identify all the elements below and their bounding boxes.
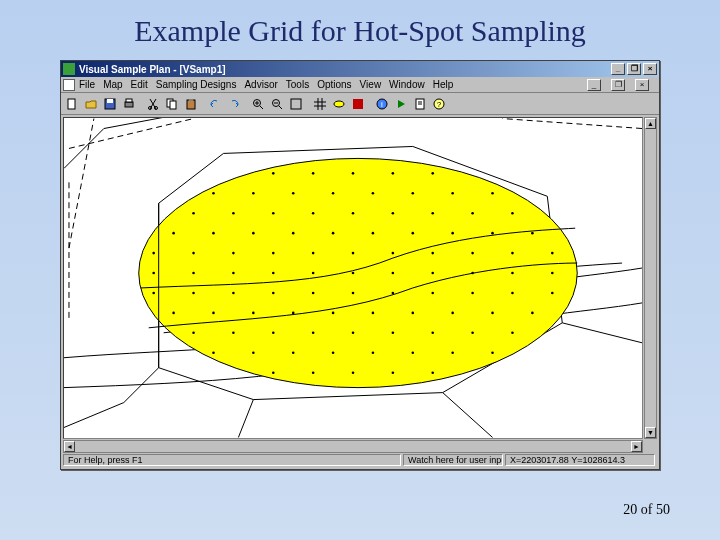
svg-point-111: [511, 332, 514, 335]
svg-point-93: [172, 312, 175, 315]
svg-point-115: [332, 351, 335, 354]
undo-icon[interactable]: [206, 95, 224, 113]
zoom-in-icon[interactable]: [249, 95, 267, 113]
svg-point-30: [352, 172, 355, 175]
svg-point-40: [491, 192, 494, 195]
page-current: 20: [623, 502, 637, 517]
document-icon: [63, 79, 75, 91]
svg-line-16: [279, 106, 282, 109]
svg-point-52: [252, 232, 255, 235]
window-title: Visual Sample Plan - [VSamp1]: [79, 64, 226, 75]
menu-map[interactable]: Map: [103, 79, 122, 90]
copy-icon[interactable]: [163, 95, 181, 113]
menu-edit[interactable]: Edit: [131, 79, 148, 90]
svg-point-44: [312, 212, 315, 215]
titlebar: Visual Sample Plan - [VSamp1] _ ❐ ×: [61, 61, 659, 77]
svg-point-64: [312, 252, 315, 255]
svg-point-46: [392, 212, 395, 215]
svg-point-62: [232, 252, 235, 255]
menu-help[interactable]: Help: [433, 79, 454, 90]
svg-point-123: [392, 371, 395, 374]
svg-rect-20: [353, 99, 363, 109]
shape-icon[interactable]: [330, 95, 348, 113]
menu-window[interactable]: Window: [389, 79, 425, 90]
svg-point-113: [252, 351, 255, 354]
new-icon[interactable]: [63, 95, 81, 113]
doc-minimize-button[interactable]: _: [587, 79, 601, 91]
svg-point-99: [411, 312, 414, 315]
svg-point-118: [451, 351, 454, 354]
svg-point-67: [431, 252, 434, 255]
svg-point-43: [272, 212, 275, 215]
svg-point-80: [511, 272, 514, 275]
svg-point-63: [272, 252, 275, 255]
close-button[interactable]: ×: [643, 63, 657, 75]
svg-text:?: ?: [437, 100, 442, 109]
svg-rect-18: [291, 99, 301, 109]
svg-rect-2: [107, 99, 113, 103]
run-icon[interactable]: [392, 95, 410, 113]
svg-point-71: [152, 272, 155, 275]
svg-point-122: [352, 371, 355, 374]
svg-rect-3: [125, 102, 133, 107]
scroll-up-icon[interactable]: ▲: [645, 118, 656, 129]
svg-point-68: [471, 252, 474, 255]
menu-file[interactable]: File: [79, 79, 95, 90]
zoom-out-icon[interactable]: [268, 95, 286, 113]
svg-point-82: [152, 292, 155, 295]
page-total: 50: [656, 502, 670, 517]
menu-tools[interactable]: Tools: [286, 79, 309, 90]
maximize-button[interactable]: ❐: [627, 63, 641, 75]
statusbar: For Help, press F1 Watch here for user i…: [63, 453, 657, 467]
svg-rect-10: [189, 99, 193, 101]
menu-advisor[interactable]: Advisor: [244, 79, 277, 90]
svg-point-96: [292, 312, 295, 315]
grid-icon[interactable]: [311, 95, 329, 113]
open-icon[interactable]: [82, 95, 100, 113]
report-icon[interactable]: [411, 95, 429, 113]
svg-point-114: [292, 351, 295, 354]
info-icon[interactable]: i: [373, 95, 391, 113]
map-canvas[interactable]: [63, 117, 643, 439]
svg-point-98: [372, 312, 375, 315]
save-icon[interactable]: [101, 95, 119, 113]
svg-point-109: [431, 332, 434, 335]
svg-point-59: [531, 232, 534, 235]
svg-point-95: [252, 312, 255, 315]
vertical-scrollbar[interactable]: ▲ ▼: [644, 117, 657, 439]
scroll-left-icon[interactable]: ◄: [64, 441, 75, 452]
svg-point-54: [332, 232, 335, 235]
svg-text:i: i: [381, 100, 383, 109]
svg-point-90: [471, 292, 474, 295]
svg-point-120: [272, 371, 275, 374]
scroll-down-icon[interactable]: ▼: [645, 427, 656, 438]
cut-icon[interactable]: [144, 95, 162, 113]
svg-point-61: [192, 252, 195, 255]
svg-point-41: [192, 212, 195, 215]
svg-point-83: [192, 292, 195, 295]
color-icon[interactable]: [349, 95, 367, 113]
horizontal-scrollbar[interactable]: ◄ ►: [63, 440, 643, 453]
menu-sampling-designs[interactable]: Sampling Designs: [156, 79, 237, 90]
svg-point-119: [491, 351, 494, 354]
svg-point-60: [152, 252, 155, 255]
menu-view[interactable]: View: [360, 79, 382, 90]
svg-line-12: [260, 106, 263, 109]
svg-rect-0: [68, 99, 75, 109]
svg-point-86: [312, 292, 315, 295]
help-icon[interactable]: ?: [430, 95, 448, 113]
scroll-right-icon[interactable]: ►: [631, 441, 642, 452]
doc-close-button[interactable]: ×: [635, 79, 649, 91]
menu-options[interactable]: Options: [317, 79, 351, 90]
svg-point-76: [352, 272, 355, 275]
print-icon[interactable]: [120, 95, 138, 113]
redo-icon[interactable]: [225, 95, 243, 113]
status-coords: X=2203017.88 Y=1028614.3: [505, 454, 655, 466]
doc-maximize-button[interactable]: ❐: [611, 79, 625, 91]
zoom-fit-icon[interactable]: [287, 95, 305, 113]
paste-icon[interactable]: [182, 95, 200, 113]
svg-point-85: [272, 292, 275, 295]
app-icon: [63, 63, 75, 75]
minimize-button[interactable]: _: [611, 63, 625, 75]
svg-point-112: [212, 351, 215, 354]
